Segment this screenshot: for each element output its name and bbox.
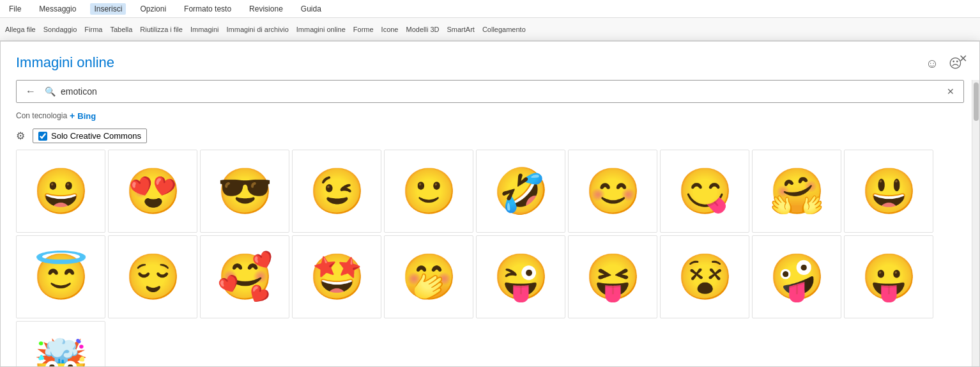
image-card-20[interactable]: 😛 bbox=[844, 235, 933, 318]
images-online-dialog: ✕ Immagini online ☺ ☹ ← 🔍 ✕ Con tecnolog… bbox=[0, 41, 980, 367]
search-icon: 🔍 bbox=[45, 86, 56, 97]
image-card-21[interactable]: 🤯 bbox=[16, 321, 105, 366]
image-card-15[interactable]: 🤭 bbox=[384, 235, 473, 318]
image-grid: 😀 😍 😎 😉 🙂 🤣 😊 😋 🤗 😃 😇 bbox=[1, 150, 979, 366]
image-card-11[interactable]: 😇 bbox=[16, 235, 105, 318]
emoji-7: 😊 bbox=[585, 169, 641, 214]
dialog-header: Immagini online ☺ ☹ bbox=[1, 42, 979, 80]
image-card-8[interactable]: 😋 bbox=[660, 150, 749, 233]
image-card-3[interactable]: 😎 bbox=[200, 150, 289, 233]
image-card-18[interactable]: 😵 bbox=[660, 235, 749, 318]
menu-file[interactable]: File bbox=[5, 3, 25, 15]
scrollbar[interactable] bbox=[972, 80, 979, 366]
happy-face-icon: ☺ bbox=[926, 56, 938, 71]
emoji-9: 🤗 bbox=[769, 169, 825, 214]
back-button[interactable]: ← bbox=[22, 84, 40, 98]
emoji-3: 😎 bbox=[217, 169, 273, 214]
toolbar-modelli3d[interactable]: Modelli 3D bbox=[406, 26, 440, 33]
scrollbar-thumb[interactable] bbox=[974, 82, 979, 121]
emoji-11: 😇 bbox=[33, 254, 89, 299]
emoji-20: 😛 bbox=[861, 254, 917, 299]
emoji-5: 🙂 bbox=[401, 169, 457, 214]
toolbar-sondaggio[interactable]: Sondaggio bbox=[43, 26, 77, 33]
image-card-13[interactable]: 🥰 bbox=[200, 235, 289, 318]
emoji-1: 😀 bbox=[33, 169, 89, 214]
bing-logo-icon: + bbox=[70, 111, 75, 121]
creative-commons-checkbox[interactable] bbox=[38, 132, 47, 141]
emoji-8: 😋 bbox=[677, 169, 733, 214]
emoji-13: 🥰 bbox=[217, 254, 273, 299]
dialog-title: Immagini online bbox=[16, 54, 114, 71]
toolbar-immagini-archivio[interactable]: Immagini di archivio bbox=[227, 26, 289, 33]
toolbar-forme[interactable]: Forme bbox=[353, 26, 374, 33]
menu-opzioni[interactable]: Opzioni bbox=[136, 3, 170, 15]
menu-revisione[interactable]: Revisione bbox=[245, 3, 287, 15]
menu-inserisci[interactable]: Inserisci bbox=[90, 3, 126, 15]
image-card-10[interactable]: 😃 bbox=[844, 150, 933, 233]
image-card-5[interactable]: 🙂 bbox=[384, 150, 473, 233]
toolbar-riutilizza[interactable]: Riutilizza i file bbox=[140, 26, 183, 33]
search-bar: ← 🔍 ✕ bbox=[16, 80, 964, 103]
bing-label: Bing bbox=[77, 111, 96, 121]
menubar: File Messaggio Inserisci Opzioni Formato… bbox=[0, 0, 980, 18]
emoji-6: 🤣 bbox=[493, 169, 549, 214]
image-card-17[interactable]: 😝 bbox=[568, 235, 657, 318]
toolbar-immagini-online[interactable]: Immagini online bbox=[296, 26, 346, 33]
search-clear-button[interactable]: ✕ bbox=[943, 85, 958, 98]
image-card-9[interactable]: 🤗 bbox=[752, 150, 841, 233]
image-card-2[interactable]: 😍 bbox=[108, 150, 197, 233]
emoji-15: 🤭 bbox=[401, 254, 457, 299]
menu-formato-testo[interactable]: Formato testo bbox=[180, 3, 235, 15]
image-card-1[interactable]: 😀 bbox=[16, 150, 105, 233]
toolbar-firma[interactable]: Firma bbox=[84, 26, 102, 33]
creative-commons-label: Solo Creative Commons bbox=[51, 131, 141, 141]
creative-commons-filter[interactable]: Solo Creative Commons bbox=[33, 129, 147, 143]
image-card-19[interactable]: 🤪 bbox=[752, 235, 841, 318]
emoji-4: 😉 bbox=[309, 169, 365, 214]
emoji-17: 😝 bbox=[585, 254, 641, 299]
toolbar-allega[interactable]: Allega file bbox=[5, 26, 36, 33]
menu-guida[interactable]: Guida bbox=[297, 3, 325, 15]
toolbar-tabella[interactable]: Tabella bbox=[110, 26, 132, 33]
filter-bar: ⚙ Solo Creative Commons bbox=[16, 129, 964, 143]
emoji-14: 🤩 bbox=[309, 254, 365, 299]
emoji-12: 😌 bbox=[125, 254, 181, 299]
emoji-18: 😵 bbox=[677, 254, 733, 299]
emoji-10: 😃 bbox=[861, 169, 917, 214]
image-card-12[interactable]: 😌 bbox=[108, 235, 197, 318]
powered-by-section: Con tecnologia + Bing bbox=[16, 111, 964, 121]
toolbar-icone[interactable]: Icone bbox=[381, 26, 399, 33]
toolbar-collegamento[interactable]: Collegamento bbox=[482, 26, 526, 33]
toolbar-smartart[interactable]: SmartArt bbox=[447, 26, 474, 33]
menu-messaggio[interactable]: Messaggio bbox=[35, 3, 80, 15]
close-button[interactable]: ✕ bbox=[954, 49, 972, 67]
image-card-4[interactable]: 😉 bbox=[292, 150, 381, 233]
emoji-16: 😜 bbox=[493, 254, 549, 299]
close-icon: ✕ bbox=[959, 52, 967, 65]
toolbar-immagini[interactable]: Immagini bbox=[190, 26, 219, 33]
filter-icon[interactable]: ⚙ bbox=[16, 130, 25, 142]
powered-by-text: Con tecnologia bbox=[16, 111, 67, 120]
smiley-icon[interactable]: ☺ bbox=[923, 54, 941, 72]
emoji-21: 🤯 bbox=[33, 340, 89, 366]
image-card-14[interactable]: 🤩 bbox=[292, 235, 381, 318]
image-card-16[interactable]: 😜 bbox=[476, 235, 565, 318]
image-card-7[interactable]: 😊 bbox=[568, 150, 657, 233]
emoji-19: 🤪 bbox=[769, 254, 825, 299]
image-card-6[interactable]: 🤣 bbox=[476, 150, 565, 233]
toolbar: Allega file Sondaggio Firma Tabella Riut… bbox=[0, 18, 980, 41]
search-input[interactable] bbox=[61, 86, 938, 97]
emoji-2: 😍 bbox=[125, 169, 181, 214]
